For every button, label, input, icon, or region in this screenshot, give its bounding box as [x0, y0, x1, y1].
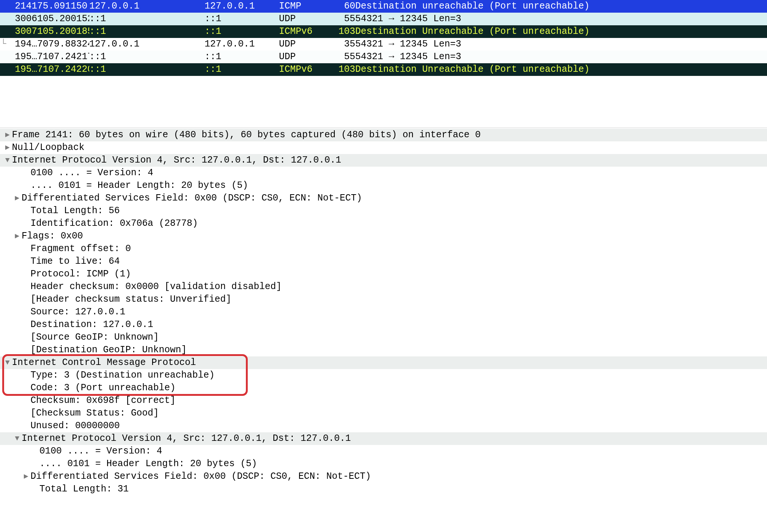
detail-row: 0100 .... = Version: 4 — [0, 167, 767, 179]
tree-icon-cell — [0, 0, 7, 13]
detail-text: Header checksum: 0x0000 [validation disa… — [31, 281, 282, 292]
detail-text: Code: 3 (Port unreachable) — [31, 382, 176, 394]
detail-row: [Header checksum status: Unverified] — [0, 293, 767, 306]
detail-row[interactable]: Internet Control Message Protocol — [0, 356, 767, 369]
packet-proto-cell: ICMP — [279, 0, 333, 13]
detail-text: Differentiated Services Field: 0x00 (DSC… — [31, 471, 371, 482]
detail-row: .... 0101 = Header Length: 20 bytes (5) — [0, 458, 767, 470]
detail-text: Fragment offset: 0 — [31, 243, 131, 254]
packet-no-cell: 3006 — [7, 13, 37, 25]
packet-details-pane[interactable]: Frame 2141: 60 bytes on wire (480 bits),… — [0, 128, 767, 496]
disclosure-open-icon[interactable] — [3, 357, 12, 368]
detail-row: [Destination GeoIP: Unknown] — [0, 344, 767, 356]
detail-row[interactable]: Flags: 0x00 — [0, 230, 767, 243]
detail-row: .... 0101 = Header Length: 20 bytes (5) — [0, 179, 767, 192]
tree-icon-cell — [0, 51, 7, 63]
packet-time-cell: 7079.883246 — [37, 38, 89, 51]
packet-source-cell: ::1 — [89, 51, 205, 63]
detail-row[interactable]: Differentiated Services Field: 0x00 (DSC… — [0, 192, 767, 205]
disclosure-closed-icon[interactable] — [3, 129, 12, 141]
detail-row[interactable]: Frame 2141: 60 bytes on wire (480 bits),… — [0, 129, 767, 141]
packet-no-cell: 2141 — [7, 0, 37, 13]
packet-source-cell: ::1 — [89, 25, 205, 38]
packet-len-cell: 103 — [333, 63, 355, 76]
packet-row[interactable]: 195…7107.242209::1::1ICMPv6103Destinatio… — [0, 63, 767, 76]
packet-info-cell: Destination unreachable (Port unreachabl… — [355, 0, 767, 13]
packet-no-cell: 195… — [7, 63, 37, 76]
packet-source-cell: 127.0.0.1 — [89, 0, 205, 13]
detail-row[interactable]: Null/Loopback — [0, 141, 767, 154]
packet-time-cell: 105.200185 — [37, 25, 89, 38]
detail-text: Total Length: 31 — [39, 484, 129, 495]
packet-dest-cell: ::1 — [205, 25, 279, 38]
packet-row[interactable]: 3007105.200185::1::1ICMPv6103Destination… — [0, 25, 767, 38]
detail-text: Flags: 0x00 — [22, 231, 83, 242]
packet-info-cell: Destination Unreachable (Port unreachabl… — [355, 63, 767, 76]
detail-text: Differentiated Services Field: 0x00 (DSC… — [22, 193, 362, 204]
packet-source-cell: ::1 — [89, 13, 205, 25]
detail-row: Code: 3 (Port unreachable) — [0, 382, 767, 394]
detail-row: Fragment offset: 0 — [0, 243, 767, 255]
tree-icon-cell — [0, 13, 7, 25]
detail-text: .... 0101 = Header Length: 20 bytes (5) — [31, 180, 248, 191]
pane-divider[interactable] — [0, 76, 767, 128]
packet-no-cell: 194… — [7, 38, 37, 51]
packet-time-cell: 105.200152 — [37, 13, 89, 25]
packet-proto-cell: ICMPv6 — [279, 63, 333, 76]
detail-text: 0100 .... = Version: 4 — [31, 167, 153, 179]
detail-row: Source: 127.0.0.1 — [0, 306, 767, 318]
packet-dest-cell: ::1 — [205, 63, 279, 76]
detail-text: Internet Control Message Protocol — [12, 357, 196, 368]
packet-len-cell: 60 — [333, 0, 355, 13]
packet-info-cell: Destination Unreachable (Port unreachabl… — [355, 25, 767, 38]
detail-text: [Header checksum status: Unverified] — [31, 294, 231, 305]
packet-time-cell: 75.091150 — [37, 0, 89, 13]
detail-text: .... 0101 = Header Length: 20 bytes (5) — [39, 458, 257, 469]
packet-len-cell: 103 — [333, 25, 355, 38]
detail-text: 0100 .... = Version: 4 — [39, 446, 162, 457]
packet-row[interactable]: 195…7107.242179::1::1UDP5554321 → 12345 … — [0, 51, 767, 63]
disclosure-open-icon[interactable] — [13, 433, 22, 444]
packet-list-table[interactable]: 214175.091150127.0.0.1127.0.0.1ICMP60Des… — [0, 0, 767, 76]
packet-info-cell: 54321 → 12345 Len=3 — [355, 38, 767, 51]
packet-row[interactable]: └194…7079.883246127.0.0.1127.0.0.1UDP355… — [0, 38, 767, 51]
detail-text: [Checksum Status: Good] — [31, 408, 159, 419]
disclosure-closed-icon[interactable] — [3, 142, 12, 153]
detail-text: Time to live: 64 — [31, 256, 120, 267]
detail-text: Checksum: 0x698f [correct] — [31, 395, 176, 406]
detail-text: Internet Protocol Version 4, Src: 127.0.… — [12, 155, 341, 166]
packet-row[interactable]: 3006105.200152::1::1UDP5554321 → 12345 L… — [0, 13, 767, 25]
disclosure-open-icon[interactable] — [3, 155, 12, 166]
packet-source-cell: 127.0.0.1 — [89, 38, 205, 51]
detail-row: 0100 .... = Version: 4 — [0, 445, 767, 458]
disclosure-closed-icon[interactable] — [13, 193, 22, 204]
detail-row: [Source GeoIP: Unknown] — [0, 331, 767, 344]
packet-no-cell: 3007 — [7, 25, 37, 38]
disclosure-closed-icon[interactable] — [13, 231, 22, 242]
detail-row[interactable]: Differentiated Services Field: 0x00 (DSC… — [0, 470, 767, 483]
detail-text: Identification: 0x706a (28778) — [31, 218, 198, 229]
tree-icon-cell — [0, 25, 7, 38]
packet-no-cell: 195… — [7, 51, 37, 63]
disclosure-closed-icon[interactable] — [22, 471, 31, 482]
packet-proto-cell: UDP — [279, 38, 333, 51]
detail-row: Unused: 00000000 — [0, 420, 767, 432]
detail-row[interactable]: Internet Protocol Version 4, Src: 127.0.… — [0, 432, 767, 445]
packet-row[interactable]: 214175.091150127.0.0.1127.0.0.1ICMP60Des… — [0, 0, 767, 13]
detail-row: Total Length: 56 — [0, 205, 767, 217]
detail-row[interactable]: Internet Protocol Version 4, Src: 127.0.… — [0, 154, 767, 167]
detail-text: [Source GeoIP: Unknown] — [31, 332, 159, 343]
packet-len-cell: 55 — [333, 51, 355, 63]
detail-text: Protocol: ICMP (1) — [31, 269, 131, 280]
packet-dest-cell: ::1 — [205, 51, 279, 63]
detail-text: Total Length: 56 — [31, 205, 120, 217]
packet-dest-cell: 127.0.0.1 — [205, 38, 279, 51]
packet-info-cell: 54321 → 12345 Len=3 — [355, 13, 767, 25]
packet-len-cell: 55 — [333, 13, 355, 25]
detail-text: Type: 3 (Destination unreachable) — [31, 370, 215, 381]
packet-time-cell: 7107.242209 — [37, 63, 89, 76]
detail-row: Identification: 0x706a (28778) — [0, 217, 767, 230]
packet-proto-cell: ICMPv6 — [279, 25, 333, 38]
detail-text: Unused: 00000000 — [31, 420, 120, 432]
detail-row: Time to live: 64 — [0, 255, 767, 268]
